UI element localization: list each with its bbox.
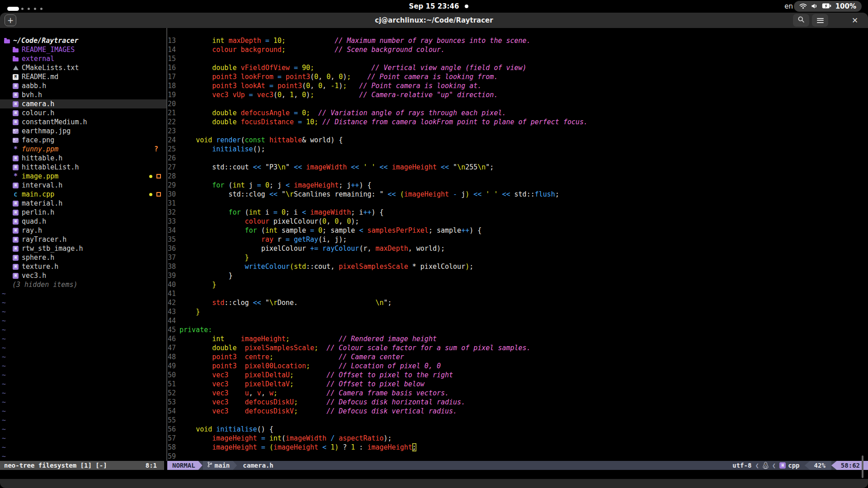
- tree-item-vec3.h[interactable]: Hvec3.h: [0, 271, 166, 280]
- close-button[interactable]: ✕: [848, 14, 862, 27]
- menu-button[interactable]: [812, 14, 828, 27]
- scrollbar-thumb[interactable]: [862, 455, 863, 478]
- generic-file-icon: *: [12, 146, 19, 152]
- code-line-41[interactable]: 41: [167, 289, 868, 298]
- code-line-29[interactable]: 29 for (int j = 0; j < imageHeight; j++)…: [167, 181, 868, 190]
- code-line-37[interactable]: 37 }: [167, 253, 868, 262]
- tree-item-hittableList.h[interactable]: HhittableList.h: [0, 163, 166, 172]
- code-token: );: [351, 217, 359, 225]
- tree-root[interactable]: ~/Code/Raytracer: [0, 36, 166, 45]
- code-line-32[interactable]: 32 for (int i = 0; i < imageWidth; i++) …: [167, 208, 868, 217]
- tree-item-perlin.h[interactable]: Hperlin.h: [0, 208, 166, 217]
- code-token: ,: [326, 217, 335, 225]
- code-line-40[interactable]: 40 }: [167, 280, 868, 289]
- keyboard-layout-indicator[interactable]: en: [784, 0, 793, 13]
- code-line-43[interactable]: 43 }: [167, 307, 868, 316]
- code-line-49[interactable]: 49 point3 pixel00Location; // Location o…: [167, 361, 868, 371]
- tree-item-CMakeLists.txt[interactable]: CMakeLists.txt: [0, 63, 166, 72]
- command-line[interactable]: [0, 470, 868, 479]
- code-token: [269, 37, 274, 45]
- code-token: hittable: [269, 136, 302, 144]
- tree-item-texture.h[interactable]: Htexture.h: [0, 262, 166, 271]
- git-branch-segment[interactable]: main: [203, 461, 237, 470]
- code-line-31[interactable]: 31: [167, 199, 868, 208]
- system-tray[interactable]: 100%: [794, 1, 862, 12]
- code-line-55[interactable]: 55: [167, 416, 868, 425]
- code-line-22[interactable]: 22 double focusDistance = 10; // Distanc…: [167, 117, 868, 127]
- code-line-57[interactable]: 57 imageHeight = int(imageWidth / aspect…: [167, 434, 868, 443]
- tree-item-constantMedium.h[interactable]: HconstantMedium.h: [0, 117, 166, 127]
- code-token: initialise: [216, 425, 257, 433]
- tree-item-camera.h[interactable]: Hcamera.h: [0, 99, 166, 108]
- code-line-51[interactable]: 51 vec3 pixelDeltaV; // Offset to pixel …: [167, 380, 868, 389]
- code-line-39[interactable]: 39 }: [167, 271, 868, 280]
- code-line-21[interactable]: 21 double defocusAngle = 0; // Variation…: [167, 108, 868, 117]
- code-line-25[interactable]: 25 initialise();: [167, 145, 868, 154]
- tree-item-sphere.h[interactable]: Hsphere.h: [0, 253, 166, 262]
- code-line-14[interactable]: 14 colour background; // Scene backgroun…: [167, 45, 868, 54]
- tree-item-image.ppm[interactable]: *image.ppm: [0, 172, 166, 181]
- code-line-19[interactable]: 19 vec3 vUp = vec3(0, 1, 0); // Camera-r…: [167, 90, 868, 99]
- code-line-15[interactable]: 15: [167, 54, 868, 63]
- code-line-56[interactable]: 56 void initialise() {: [167, 425, 868, 434]
- code-token: [290, 335, 339, 343]
- code-line-44[interactable]: 44: [167, 316, 868, 325]
- code-line-50[interactable]: 50 vec3 pixelDeltaU; // Offset to pixel …: [167, 371, 868, 380]
- code-line-26[interactable]: 26: [167, 154, 868, 163]
- code-token: // Point camera is looking at.: [359, 82, 481, 90]
- code-line-46[interactable]: 46 int imageHeight; // Rendered image he…: [167, 334, 868, 343]
- tree-item-bvh.h[interactable]: Hbvh.h: [0, 90, 166, 99]
- code-text: double focusDistance = 10; // Distance f…: [179, 117, 588, 127]
- code-line-38[interactable]: 38 writeColour(std::cout, pixelSamplesSc…: [167, 262, 868, 271]
- code-token: maxDepth: [376, 244, 408, 253]
- code-line-28[interactable]: 28: [167, 172, 868, 181]
- tree-item-README_IMAGES[interactable]: README_IMAGES: [0, 45, 166, 54]
- code-line-53[interactable]: 53 vec3 defocusDiskU; // Defocus disk ho…: [167, 398, 868, 407]
- code-line-27[interactable]: 27 std::cout << "P3\n" << imageWidth << …: [167, 163, 868, 172]
- clock[interactable]: Sep 15 23:46: [0, 0, 868, 13]
- code-line-58[interactable]: 58 imageHeight = (imageHeight < 1) ? 1 :…: [167, 443, 868, 452]
- tree-item-rayTracer.h[interactable]: HrayTracer.h: [0, 235, 166, 244]
- tree-item-main.cpp[interactable]: Cmain.cpp: [0, 190, 166, 199]
- code-line-48[interactable]: 48 point3 centre; // Camera center: [167, 352, 868, 361]
- code-line-52[interactable]: 52 vec3 u, v, w; // Camera frame basis v…: [167, 389, 868, 398]
- code-line-16[interactable]: 16 double vFieldOfView = 90; // Vertical…: [167, 63, 868, 72]
- code-token: // Offset to pixel to the right: [326, 371, 453, 379]
- code-line-35[interactable]: 35 ray r = getRay(i, j);: [167, 235, 868, 244]
- tree-item-funny.ppm[interactable]: *funny.ppm?: [0, 145, 166, 154]
- code-line-13[interactable]: 13 int maxDepth = 10; // Maximum number …: [167, 36, 868, 45]
- tree-item-rtw_stb_image.h[interactable]: Hrtw_stb_image.h: [0, 244, 166, 253]
- code-line-17[interactable]: 17 point3 lookFrom = point3(0, 0, 0); //…: [167, 72, 868, 81]
- code-line-36[interactable]: 36 pixelColour += rayColour(r, maxDepth,…: [167, 244, 868, 253]
- search-button[interactable]: [793, 14, 809, 27]
- tree-item-external[interactable]: external: [0, 54, 166, 63]
- code-line-20[interactable]: 20: [167, 99, 868, 108]
- tree-item-interval.h[interactable]: Hinterval.h: [0, 181, 166, 190]
- code-token: [228, 398, 245, 406]
- code-line-33[interactable]: 33 colour pixelColour(0, 0, 0);: [167, 217, 868, 226]
- code-token: [310, 362, 339, 370]
- code-line-54[interactable]: 54 vec3 defocusDiskV; // Defocus disk ve…: [167, 407, 868, 416]
- code-token: [294, 371, 326, 379]
- tree-item-earthmap.jpg[interactable]: earthmap.jpg: [0, 127, 166, 136]
- code-line-45[interactable]: 45private:: [167, 325, 868, 334]
- code-line-42[interactable]: 42 std::clog << "\rDone. \n";: [167, 298, 868, 307]
- tree-item-hittable.h[interactable]: Hhittable.h: [0, 154, 166, 163]
- code-line-24[interactable]: 24 void render(const hittable& world) {: [167, 136, 868, 145]
- code-line-23[interactable]: 23: [167, 127, 868, 136]
- code-token: [347, 163, 351, 171]
- code-token: std::cout: [212, 163, 253, 171]
- tree-item-ray.h[interactable]: Hray.h: [0, 226, 166, 235]
- code-line-47[interactable]: 47 double pixelSamplesScale; // Colour s…: [167, 343, 868, 352]
- code-line-18[interactable]: 18 point3 lookAt = point3(0, 0, -1); // …: [167, 81, 868, 90]
- code-line-34[interactable]: 34 for (int sample = 0; sample < samples…: [167, 226, 868, 235]
- tree-item-quad.h[interactable]: Hquad.h: [0, 217, 166, 226]
- code-line-59[interactable]: 59: [167, 452, 868, 461]
- tree-item-README.md[interactable]: MREADME.md: [0, 72, 166, 81]
- tree-item-label: funny.ppm: [22, 145, 58, 153]
- tree-item-face.png[interactable]: face.png: [0, 136, 166, 145]
- tree-item-material.h[interactable]: Hmaterial.h: [0, 199, 166, 208]
- code-line-30[interactable]: 30 std::clog << "\rScanlines remaining: …: [167, 190, 868, 199]
- tree-item-aabb.h[interactable]: Haabb.h: [0, 81, 166, 90]
- tree-item-colour.h[interactable]: Hcolour.h: [0, 108, 166, 117]
